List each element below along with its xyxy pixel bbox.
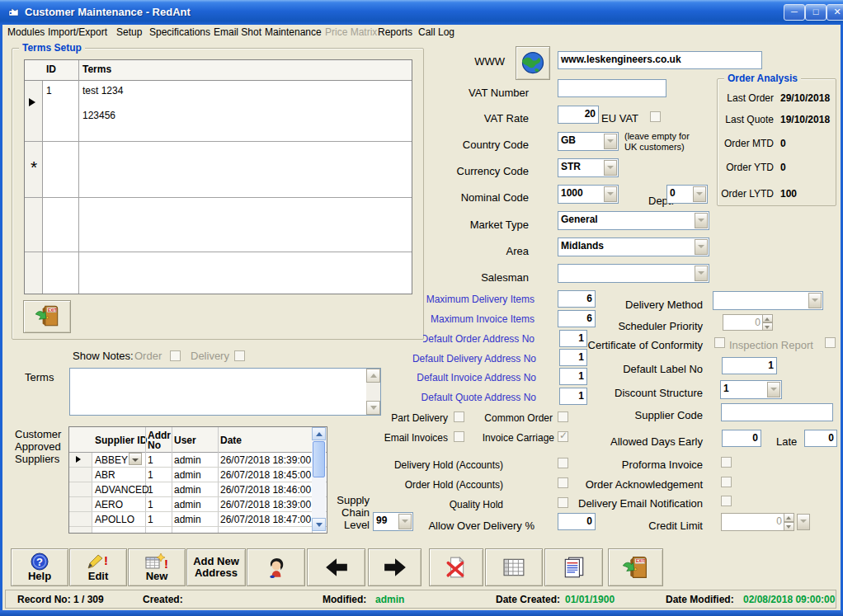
default-quote-addr-input[interactable]: 1	[559, 388, 587, 405]
chevron-down-icon[interactable]	[604, 186, 617, 202]
customer-contacts-button[interactable]	[247, 548, 305, 586]
delete-record-button[interactable]	[429, 548, 483, 586]
chevron-down-icon[interactable]	[767, 382, 780, 397]
part-delivery-checkbox[interactable]	[454, 411, 464, 422]
delete-icon	[445, 556, 468, 579]
supply-chain-level-select[interactable]: 99	[373, 512, 413, 531]
menu-setup[interactable]: Setup	[116, 26, 142, 38]
arrow-right-icon	[383, 557, 407, 578]
menu-price-matrix: Price Matrix	[325, 26, 377, 38]
close-button[interactable]: ✕	[827, 4, 843, 21]
discount-structure-select[interactable]: 1	[720, 380, 782, 399]
show-notes-label: Show Notes:	[73, 350, 134, 362]
nominal-code-select[interactable]: 1000	[558, 185, 619, 204]
proforma-invoice-checkbox[interactable]	[721, 457, 732, 468]
order-analysis-label: Order MTD	[724, 138, 774, 149]
vat-rate-input[interactable]: 20	[558, 106, 599, 124]
default-order-addr-input[interactable]: 1	[559, 330, 587, 347]
dept-select[interactable]: 0	[666, 185, 708, 204]
order-hold-checkbox[interactable]	[558, 477, 568, 488]
chevron-down-icon[interactable]	[604, 134, 617, 149]
www-input[interactable]: www.leskengineers.co.uk	[558, 51, 762, 69]
report-pages-icon	[562, 556, 586, 579]
vat-number-input[interactable]	[558, 79, 666, 97]
cell-addr-no: 1	[148, 454, 153, 466]
menu-reports[interactable]: Reports	[378, 26, 412, 38]
menu-specifications[interactable]: Specifications	[149, 26, 210, 38]
allow-over-delivery-input[interactable]: 0	[558, 513, 596, 530]
common-order-checkbox[interactable]	[558, 411, 568, 422]
edit-button[interactable]: ! Edit	[69, 548, 127, 586]
chevron-down-icon[interactable]	[695, 213, 708, 228]
market-type-select[interactable]: General	[558, 211, 709, 230]
chevron-down-icon[interactable]	[695, 239, 708, 255]
chevron-down-icon[interactable]	[695, 266, 708, 281]
currency-code-select[interactable]: STR	[558, 158, 619, 177]
suppliers-grid-scrollbar[interactable]	[312, 427, 326, 531]
help-button[interactable]: ? Help	[11, 548, 68, 586]
terms-notes-scrollbar	[366, 369, 380, 415]
delivery-hold-label: Delivery Hold (Accounts)	[394, 459, 503, 471]
eu-vat-checkbox[interactable]	[650, 111, 661, 122]
terms-exit-button[interactable]: EXIT	[23, 300, 71, 333]
default-delivery-addr-input[interactable]: 1	[559, 349, 587, 366]
order-acknowledgement-label: Order Acknowledgement	[586, 478, 703, 491]
max-invoice-items-input[interactable]: 6	[558, 310, 596, 327]
menu-maintenance[interactable]: Maintenance	[265, 26, 322, 38]
order-acknowledgement-checkbox[interactable]	[721, 477, 732, 487]
menu-email-shot[interactable]: Email Shot	[214, 26, 261, 38]
grid-view-button[interactable]	[485, 548, 543, 586]
terms-notes-textarea[interactable]	[69, 368, 381, 416]
next-record-button[interactable]	[368, 548, 422, 586]
exit-button[interactable]: EXIT	[608, 548, 663, 586]
max-delivery-items-input[interactable]: 6	[558, 290, 596, 308]
col-user: User	[174, 435, 196, 446]
area-select[interactable]: Midlands	[558, 237, 709, 256]
quality-hold-checkbox[interactable]	[558, 497, 568, 508]
cell-user: admin	[174, 484, 201, 496]
area-label: Area	[506, 245, 529, 257]
salesman-select[interactable]	[558, 264, 709, 283]
late-input[interactable]: 0	[804, 430, 837, 447]
www-globe-button[interactable]	[516, 46, 550, 80]
menu-modules[interactable]: Modules	[7, 26, 45, 38]
chevron-down-icon[interactable]	[693, 186, 706, 202]
allowed-days-early-input[interactable]: 0	[722, 430, 761, 447]
chevron-down-icon[interactable]	[604, 160, 617, 176]
scroll-down-icon[interactable]	[312, 518, 326, 531]
delivery-hold-checkbox[interactable]	[558, 458, 568, 468]
country-code-label: Country Code	[463, 139, 529, 151]
date-created-value: 01/01/1900	[565, 594, 615, 605]
cell-addr-no: 1	[148, 469, 153, 481]
default-label-no-input[interactable]: 1	[722, 357, 777, 374]
scrollbar-thumb[interactable]	[313, 441, 325, 477]
terms-grid[interactable]: ID Terms 1 test 1234 123456 *	[24, 59, 412, 294]
chevron-down-icon[interactable]	[398, 514, 412, 529]
menu-import-export[interactable]: Import/Export	[48, 26, 107, 38]
country-code-select[interactable]: GB	[558, 132, 619, 151]
inspection-report-label: Inspection Report	[729, 339, 813, 351]
window-border-bottom	[0, 610, 843, 616]
maximize-button[interactable]: □	[805, 4, 827, 21]
email-invoices-checkbox[interactable]	[454, 431, 464, 442]
cell-date: 26/07/2018 18:45:00	[220, 469, 311, 481]
approved-suppliers-label-1: Customer	[15, 428, 61, 440]
cell-addr-no: 1	[148, 484, 153, 496]
supplier-id-dropdown-button[interactable]	[129, 453, 142, 465]
delivery-email-notification-checkbox[interactable]	[721, 496, 732, 506]
menu-call-log[interactable]: Call Log	[418, 26, 454, 38]
proforma-invoice-label: Proforma Invoice	[622, 458, 703, 471]
record-number: Record No: 1 / 309	[17, 594, 104, 605]
approved-suppliers-grid[interactable]: Supplier ID Addr No User Date ABBEY 1 ad…	[68, 426, 327, 534]
invoice-carriage-checkbox[interactable]	[558, 431, 568, 442]
cell-supplier-id: ADVANCED	[95, 484, 149, 496]
previous-record-button[interactable]	[307, 548, 365, 586]
report-button[interactable]	[544, 548, 603, 586]
new-button[interactable]: ! New	[128, 548, 186, 586]
minimize-button[interactable]: ─	[784, 4, 805, 21]
supply-chain-label-2: Chain	[341, 506, 370, 519]
scroll-up-icon[interactable]	[312, 427, 326, 440]
add-new-address-button[interactable]: Add New Address	[186, 548, 246, 586]
supplier-code-input[interactable]	[721, 403, 833, 421]
default-invoice-addr-input[interactable]: 1	[559, 368, 587, 385]
